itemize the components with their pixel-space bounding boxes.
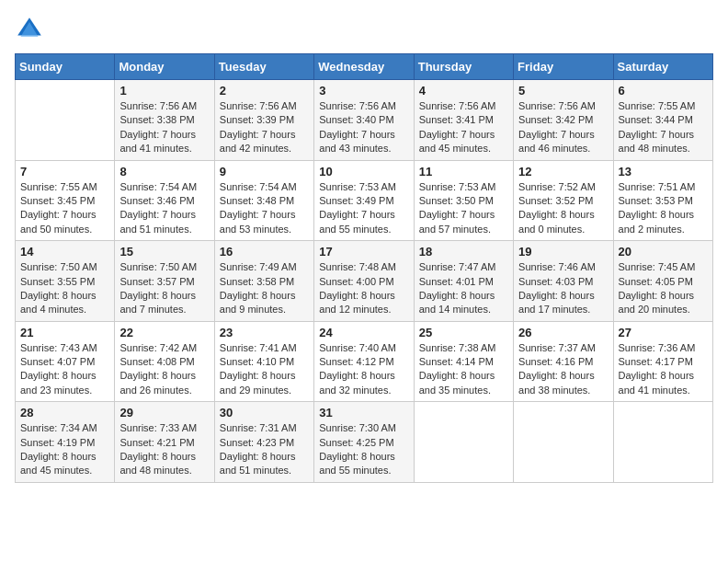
calendar-cell: 4Sunrise: 7:56 AMSunset: 3:41 PMDaylight… (414, 80, 513, 161)
logo (15, 15, 48, 44)
day-number: 25 (419, 326, 508, 339)
calendar-cell: 17Sunrise: 7:48 AMSunset: 4:00 PMDayligh… (314, 241, 414, 322)
calendar-cell: 28Sunrise: 7:34 AMSunset: 4:19 PMDayligh… (16, 402, 115, 483)
day-number: 29 (119, 406, 209, 419)
day-number: 13 (619, 165, 708, 178)
calendar-cell: 27Sunrise: 7:36 AMSunset: 4:17 PMDayligh… (613, 321, 712, 402)
calendar-cell (613, 402, 712, 483)
calendar-cell: 1Sunrise: 7:56 AMSunset: 3:38 PMDaylight… (115, 80, 214, 161)
day-info: Sunrise: 7:49 AMSunset: 3:58 PMDaylight:… (220, 260, 309, 317)
day-number: 4 (419, 84, 508, 98)
day-number: 10 (319, 165, 408, 178)
logo-icon (15, 15, 44, 44)
calendar-cell: 18Sunrise: 7:47 AMSunset: 4:01 PMDayligh… (414, 241, 513, 322)
calendar-cell: 11Sunrise: 7:53 AMSunset: 3:50 PMDayligh… (414, 160, 513, 241)
day-info: Sunrise: 7:34 AMSunset: 4:19 PMDaylight:… (20, 421, 109, 478)
calendar-cell: 9Sunrise: 7:54 AMSunset: 3:48 PMDaylight… (214, 160, 313, 241)
calendar-week-row: 28Sunrise: 7:34 AMSunset: 4:19 PMDayligh… (16, 402, 713, 483)
calendar-cell: 23Sunrise: 7:41 AMSunset: 4:10 PMDayligh… (214, 321, 313, 402)
day-info: Sunrise: 7:56 AMSunset: 3:39 PMDaylight:… (220, 99, 309, 156)
day-info: Sunrise: 7:43 AMSunset: 4:07 PMDaylight:… (20, 341, 109, 398)
day-info: Sunrise: 7:56 AMSunset: 3:42 PMDaylight:… (518, 99, 608, 156)
day-number: 5 (518, 84, 608, 98)
day-number: 18 (419, 245, 508, 259)
day-info: Sunrise: 7:50 AMSunset: 3:57 PMDaylight:… (119, 260, 209, 317)
calendar-cell (16, 80, 115, 161)
day-info: Sunrise: 7:56 AMSunset: 3:40 PMDaylight:… (319, 99, 408, 156)
day-info: Sunrise: 7:56 AMSunset: 3:38 PMDaylight:… (119, 99, 209, 156)
calendar-cell: 10Sunrise: 7:53 AMSunset: 3:49 PMDayligh… (314, 160, 414, 241)
calendar-cell: 31Sunrise: 7:30 AMSunset: 4:25 PMDayligh… (314, 402, 414, 483)
calendar-cell: 3Sunrise: 7:56 AMSunset: 3:40 PMDaylight… (314, 80, 414, 161)
calendar-cell: 2Sunrise: 7:56 AMSunset: 3:39 PMDaylight… (214, 80, 313, 161)
header-day-sunday: Sunday (16, 54, 115, 80)
day-info: Sunrise: 7:54 AMSunset: 3:46 PMDaylight:… (119, 180, 209, 237)
day-number: 17 (319, 245, 408, 259)
day-number: 20 (619, 245, 708, 259)
day-number: 1 (119, 84, 209, 98)
calendar-cell: 20Sunrise: 7:45 AMSunset: 4:05 PMDayligh… (613, 241, 712, 322)
day-info: Sunrise: 7:53 AMSunset: 3:50 PMDaylight:… (419, 180, 508, 237)
day-info: Sunrise: 7:53 AMSunset: 3:49 PMDaylight:… (319, 180, 408, 237)
day-number: 7 (20, 165, 109, 178)
day-number: 2 (220, 84, 309, 98)
day-info: Sunrise: 7:55 AMSunset: 3:45 PMDaylight:… (20, 180, 109, 237)
day-info: Sunrise: 7:50 AMSunset: 3:55 PMDaylight:… (20, 260, 109, 317)
day-number: 30 (220, 406, 309, 419)
day-info: Sunrise: 7:40 AMSunset: 4:12 PMDaylight:… (319, 341, 408, 398)
day-number: 8 (119, 165, 209, 178)
calendar-cell (414, 402, 513, 483)
header-day-wednesday: Wednesday (314, 54, 414, 80)
day-number: 31 (319, 406, 408, 419)
day-number: 15 (119, 245, 209, 259)
calendar-cell: 24Sunrise: 7:40 AMSunset: 4:12 PMDayligh… (314, 321, 414, 402)
day-number: 14 (20, 245, 109, 259)
day-info: Sunrise: 7:41 AMSunset: 4:10 PMDaylight:… (220, 341, 309, 398)
day-info: Sunrise: 7:33 AMSunset: 4:21 PMDaylight:… (119, 421, 209, 478)
day-number: 27 (619, 326, 708, 339)
day-info: Sunrise: 7:54 AMSunset: 3:48 PMDaylight:… (220, 180, 309, 237)
header-day-monday: Monday (115, 54, 214, 80)
calendar-cell: 7Sunrise: 7:55 AMSunset: 3:45 PMDaylight… (16, 160, 115, 241)
calendar-cell: 5Sunrise: 7:56 AMSunset: 3:42 PMDaylight… (514, 80, 613, 161)
day-number: 16 (220, 245, 309, 259)
calendar-cell: 29Sunrise: 7:33 AMSunset: 4:21 PMDayligh… (115, 402, 214, 483)
calendar-cell: 26Sunrise: 7:37 AMSunset: 4:16 PMDayligh… (514, 321, 613, 402)
day-number: 22 (119, 326, 209, 339)
day-info: Sunrise: 7:56 AMSunset: 3:41 PMDaylight:… (419, 99, 508, 156)
calendar-week-row: 21Sunrise: 7:43 AMSunset: 4:07 PMDayligh… (16, 321, 713, 402)
calendar-week-row: 14Sunrise: 7:50 AMSunset: 3:55 PMDayligh… (16, 241, 713, 322)
day-info: Sunrise: 7:46 AMSunset: 4:03 PMDaylight:… (518, 260, 608, 317)
day-number: 6 (619, 84, 708, 98)
calendar-table: SundayMondayTuesdayWednesdayThursdayFrid… (15, 53, 713, 483)
day-info: Sunrise: 7:38 AMSunset: 4:14 PMDaylight:… (419, 341, 508, 398)
day-number: 12 (518, 165, 608, 178)
day-info: Sunrise: 7:30 AMSunset: 4:25 PMDaylight:… (319, 421, 408, 478)
calendar-header-row: SundayMondayTuesdayWednesdayThursdayFrid… (16, 54, 713, 80)
day-number: 24 (319, 326, 408, 339)
calendar-cell: 13Sunrise: 7:51 AMSunset: 3:53 PMDayligh… (613, 160, 712, 241)
calendar-cell: 8Sunrise: 7:54 AMSunset: 3:46 PMDaylight… (115, 160, 214, 241)
day-info: Sunrise: 7:48 AMSunset: 4:00 PMDaylight:… (319, 260, 408, 317)
day-info: Sunrise: 7:51 AMSunset: 3:53 PMDaylight:… (619, 180, 708, 237)
header (15, 15, 713, 44)
calendar-week-row: 7Sunrise: 7:55 AMSunset: 3:45 PMDaylight… (16, 160, 713, 241)
day-number: 19 (518, 245, 608, 259)
day-number: 23 (220, 326, 309, 339)
day-info: Sunrise: 7:42 AMSunset: 4:08 PMDaylight:… (119, 341, 209, 398)
day-number: 28 (20, 406, 109, 419)
calendar-cell: 25Sunrise: 7:38 AMSunset: 4:14 PMDayligh… (414, 321, 513, 402)
day-number: 3 (319, 84, 408, 98)
calendar-cell: 22Sunrise: 7:42 AMSunset: 4:08 PMDayligh… (115, 321, 214, 402)
day-number: 21 (20, 326, 109, 339)
day-info: Sunrise: 7:36 AMSunset: 4:17 PMDaylight:… (619, 341, 708, 398)
header-day-saturday: Saturday (613, 54, 712, 80)
calendar-cell (514, 402, 613, 483)
day-info: Sunrise: 7:37 AMSunset: 4:16 PMDaylight:… (518, 341, 608, 398)
calendar-week-row: 1Sunrise: 7:56 AMSunset: 3:38 PMDaylight… (16, 80, 713, 161)
header-day-friday: Friday (514, 54, 613, 80)
day-number: 11 (419, 165, 508, 178)
header-day-tuesday: Tuesday (214, 54, 313, 80)
calendar-cell: 30Sunrise: 7:31 AMSunset: 4:23 PMDayligh… (214, 402, 313, 483)
header-day-thursday: Thursday (414, 54, 513, 80)
